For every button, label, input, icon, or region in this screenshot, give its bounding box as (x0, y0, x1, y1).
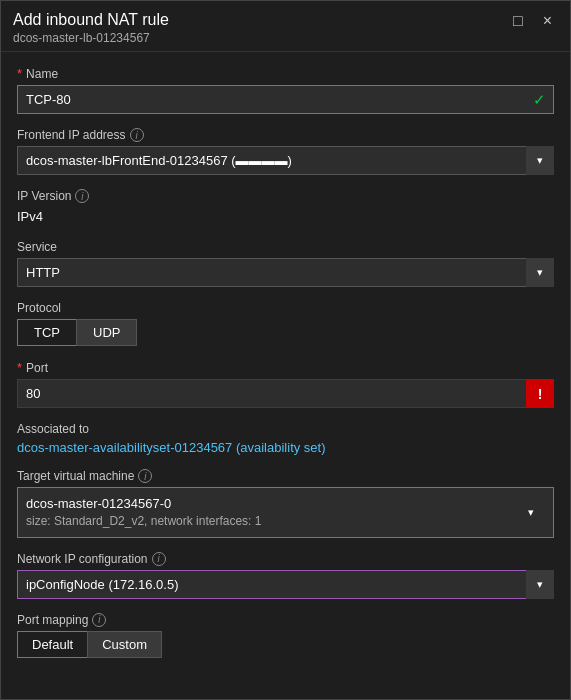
target-vm-select-wrapper: dcos-master-01234567-0 size: Standard_D2… (17, 487, 554, 538)
protocol-tcp-button[interactable]: TCP (17, 319, 76, 346)
target-vm-label: Target virtual machine i (17, 469, 554, 483)
dialog-subtitle: dcos-master-lb-01234567 (13, 31, 169, 45)
network-ip-label: Network IP configuration i (17, 552, 554, 566)
associated-to-field-group: Associated to dcos-master-availabilityse… (17, 422, 554, 455)
ip-version-field-group: IP Version i IPv4 (17, 189, 554, 226)
ip-version-info-icon[interactable]: i (75, 189, 89, 203)
name-field-group: Name ✓ (17, 66, 554, 114)
network-ip-field-group: Network IP configuration i ipConfigNode … (17, 552, 554, 599)
port-mapping-buttons: Default Custom (17, 631, 554, 658)
ip-version-value: IPv4 (17, 207, 554, 226)
target-vm-line2: size: Standard_D2_v2, network interfaces… (26, 513, 261, 530)
port-mapping-label: Port mapping i (17, 613, 554, 627)
target-vm-info-icon[interactable]: i (138, 469, 152, 483)
network-ip-select[interactable]: ipConfigNode (172.16.0.5) (17, 570, 554, 599)
target-vm-line1: dcos-master-01234567-0 (26, 495, 261, 513)
service-select[interactable]: HTTP (17, 258, 554, 287)
frontend-ip-info-icon[interactable]: i (130, 128, 144, 142)
protocol-field-group: Protocol TCP UDP (17, 301, 554, 346)
dialog: Add inbound NAT rule dcos-master-lb-0123… (0, 0, 571, 700)
dialog-title: Add inbound NAT rule (13, 11, 169, 29)
network-ip-info-icon[interactable]: i (152, 552, 166, 566)
network-ip-select-wrapper: ipConfigNode (172.16.0.5) ▾ (17, 570, 554, 599)
target-vm-text: dcos-master-01234567-0 size: Standard_D2… (26, 495, 261, 530)
associated-to-link[interactable]: dcos-master-availabilityset-01234567 (av… (17, 440, 554, 455)
ip-version-label: IP Version i (17, 189, 554, 203)
target-vm-select[interactable]: dcos-master-01234567-0 size: Standard_D2… (17, 487, 554, 538)
service-label: Service (17, 240, 554, 254)
dialog-title-group: Add inbound NAT rule dcos-master-lb-0123… (13, 11, 169, 45)
port-mapping-default-button[interactable]: Default (17, 631, 87, 658)
dialog-controls: □ × (507, 11, 558, 31)
protocol-buttons: TCP UDP (17, 319, 554, 346)
name-label: Name (17, 66, 554, 81)
minimize-button[interactable]: □ (507, 11, 529, 31)
port-mapping-info-icon[interactable]: i (92, 613, 106, 627)
protocol-label: Protocol (17, 301, 554, 315)
associated-to-label: Associated to (17, 422, 554, 436)
dialog-body: Name ✓ Frontend IP address i dcos-master… (1, 52, 570, 672)
service-field-group: Service HTTP ▾ (17, 240, 554, 287)
target-vm-field-group: Target virtual machine i dcos-master-012… (17, 469, 554, 538)
frontend-ip-field-group: Frontend IP address i dcos-master-lbFron… (17, 128, 554, 175)
protocol-udp-button[interactable]: UDP (76, 319, 137, 346)
close-button[interactable]: × (537, 11, 558, 31)
port-error-icon: ! (526, 379, 554, 408)
name-input[interactable] (17, 85, 554, 114)
port-input-wrapper: ! (17, 379, 554, 408)
name-check-icon: ✓ (533, 91, 546, 109)
frontend-ip-select-wrapper: dcos-master-lbFrontEnd-01234567 (▬▬▬▬) ▾ (17, 146, 554, 175)
port-mapping-field-group: Port mapping i Default Custom (17, 613, 554, 658)
name-input-wrapper: ✓ (17, 85, 554, 114)
dialog-titlebar: Add inbound NAT rule dcos-master-lb-0123… (1, 1, 570, 52)
frontend-ip-select[interactable]: dcos-master-lbFrontEnd-01234567 (▬▬▬▬) (17, 146, 554, 175)
port-input[interactable] (17, 379, 554, 408)
service-select-wrapper: HTTP ▾ (17, 258, 554, 287)
port-label: Port (17, 360, 554, 375)
port-field-group: Port ! (17, 360, 554, 408)
target-vm-dropdown-icon: ▾ (517, 506, 545, 519)
port-mapping-custom-button[interactable]: Custom (87, 631, 162, 658)
frontend-ip-label: Frontend IP address i (17, 128, 554, 142)
